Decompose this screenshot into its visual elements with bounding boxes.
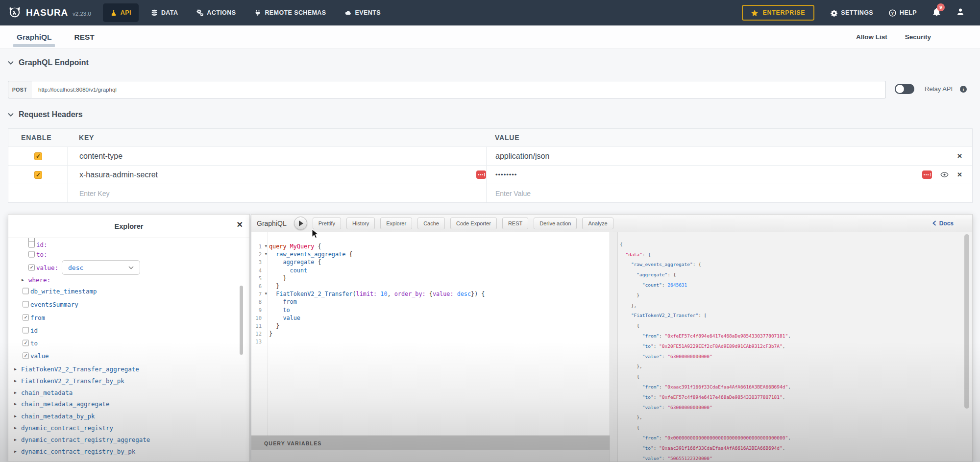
toolbar-button-rest[interactable]: REST (502, 218, 528, 229)
tree-item-label[interactable]: db_write_timestamp (30, 288, 97, 295)
tree-item-label[interactable]: value: (36, 264, 58, 271)
explorer-item-dynamic_contract_registry[interactable]: ▶dynamic_contract_registry (8, 423, 249, 433)
tree-item-label[interactable]: chain_metadata_aggregate (21, 400, 110, 408)
tree-checkbox[interactable] (28, 251, 35, 258)
header-value[interactable]: •••••••• (495, 171, 517, 178)
query-variables-bar[interactable]: QUERY VARIABLES (251, 436, 610, 450)
tree-checkbox[interactable] (23, 327, 29, 334)
tree-item-label[interactable]: to (30, 340, 38, 347)
endpoint-url-input[interactable] (31, 81, 886, 98)
graphql-endpoint-heading[interactable]: GraphQL Endpoint (8, 58, 89, 67)
tree-item-label[interactable]: where: (28, 276, 50, 284)
new-value-input[interactable]: Enter Value (495, 190, 531, 197)
request-headers-heading[interactable]: Request Headers (8, 110, 83, 119)
explorer-item-to[interactable]: ✓to (8, 338, 249, 348)
tree-item-label[interactable]: dynamic_contract_registry (21, 424, 113, 432)
close-icon[interactable]: ✕ (237, 221, 243, 229)
explorer-item-chain_metadata_aggregate[interactable]: ▶chain_metadata_aggregate (8, 399, 249, 409)
expand-arrow-icon[interactable]: ▶ (14, 438, 17, 442)
explorer-item-eventsSummary[interactable]: eventsSummary (8, 299, 249, 309)
nav-item-actions[interactable]: ACTIONS (187, 0, 245, 25)
fold-arrow-icon[interactable]: ▾ (265, 243, 267, 248)
tree-item-label[interactable]: value (30, 352, 49, 360)
expand-arrow-icon[interactable]: ▶ (22, 278, 24, 282)
tree-checkbox[interactable]: ✓ (23, 353, 29, 359)
explorer-item-FiatTokenV2_2_Transfer_by_pk[interactable]: ▶FiatTokenV2_2_Transfer_by_pk (8, 376, 249, 386)
hasura-brand[interactable]: HASURA v2.23.0 (0, 6, 91, 20)
tab-rest[interactable]: REST (71, 25, 98, 49)
toolbar-button-explorer[interactable]: Explorer (380, 218, 412, 229)
expand-arrow-icon[interactable]: ▶ (14, 414, 17, 418)
tree-item-label[interactable]: from (30, 314, 45, 321)
secret-badge-icon[interactable] (922, 170, 932, 179)
toolbar-button-prettify[interactable]: Prettify (313, 218, 341, 229)
enable-checkbox[interactable]: ✓ (34, 152, 42, 160)
settings-button[interactable]: SETTINGS (830, 9, 873, 17)
tree-checkbox[interactable]: ✓ (28, 265, 35, 271)
user-menu-button[interactable] (956, 8, 964, 18)
explorer-item-dynamic_contract_registry_aggregate[interactable]: ▶dynamic_contract_registry_aggregate (8, 435, 249, 444)
info-icon[interactable]: i (960, 86, 967, 93)
tab-graphiql[interactable]: GraphiQL (13, 25, 55, 49)
nav-item-data[interactable]: DATA (142, 0, 187, 25)
new-key-input[interactable]: Enter Key (79, 190, 109, 197)
header-key[interactable]: x-hasura-admin-secret (79, 170, 158, 179)
explorer-item-value[interactable]: ✓value (8, 351, 249, 361)
secret-badge-icon[interactable] (476, 170, 486, 179)
toolbar-button-analyze[interactable]: Analyze (582, 218, 613, 229)
tree-item-label[interactable]: FiatTokenV2_2_Transfer_by_pk (21, 377, 124, 385)
tree-checkbox[interactable] (23, 301, 29, 308)
pane-resize-handle[interactable] (610, 232, 618, 462)
explorer-item-dynamic_contract_registry_by_pk[interactable]: ▶dynamic_contract_registry_by_pk (8, 446, 249, 456)
explorer-item-id[interactable]: id (8, 325, 249, 335)
tree-item-label[interactable]: eventsSummary (30, 301, 78, 308)
remove-header-icon[interactable]: ✕ (957, 171, 962, 178)
nav-item-events[interactable]: EVENTS (335, 0, 390, 25)
relay-api-toggle[interactable] (895, 84, 914, 94)
query-editor[interactable]: 1▾2▾34567▾8910111213 query MyQuery { raw… (251, 232, 610, 462)
explorer-item-FiatTokenV2_2_Transfer_aggregate[interactable]: ▶FiatTokenV2_2_Transfer_aggregate (8, 364, 249, 374)
expand-arrow-icon[interactable]: ▶ (14, 379, 17, 383)
tree-item-label[interactable]: chain_metadata (21, 389, 73, 396)
explorer-item-to[interactable]: to: (8, 249, 249, 259)
tree-item-label[interactable]: chain_metadata_by_pk (21, 413, 95, 420)
brand-version[interactable]: v2.23.0 (73, 11, 91, 17)
tree-checkbox[interactable] (28, 242, 35, 248)
enterprise-button[interactable]: ENTERPRISE (742, 5, 814, 21)
query-variables-editor[interactable] (251, 450, 610, 462)
explorer-item-id[interactable]: id: (8, 240, 249, 249)
tree-item-label[interactable]: id (30, 327, 38, 334)
toolbar-button-code-exporter[interactable]: Code Exporter (450, 218, 497, 229)
execute-query-button[interactable] (294, 217, 307, 230)
docs-button[interactable]: Docs (932, 220, 954, 227)
explorer-scrollbar[interactable] (240, 286, 243, 355)
tree-item-label[interactable]: to: (36, 251, 48, 258)
explorer-item-db_write_timestamp[interactable]: db_write_timestamp (8, 286, 249, 296)
tree-checkbox[interactable]: ✓ (23, 340, 29, 346)
header-value[interactable]: application/json (495, 152, 549, 161)
fold-arrow-icon[interactable]: ▾ (265, 291, 267, 296)
tab-allow-list[interactable]: Allow List (856, 33, 887, 41)
remove-header-icon[interactable]: ✕ (957, 153, 962, 159)
tree-item-label[interactable]: id: (36, 241, 48, 248)
nav-item-api[interactable]: API (103, 3, 139, 22)
sort-direction-select[interactable]: desc (62, 260, 140, 275)
help-button[interactable]: ? HELP (889, 9, 917, 17)
expand-arrow-icon[interactable]: ▶ (14, 367, 17, 371)
explorer-item-from[interactable]: ✓from (8, 313, 249, 322)
explorer-item-chain_metadata[interactable]: ▶chain_metadata (8, 388, 249, 397)
explorer-item-where[interactable]: ▶where: (8, 275, 249, 285)
notifications-button[interactable]: 9 (932, 8, 941, 18)
header-key[interactable]: content-type (79, 152, 122, 161)
editor-code[interactable]: query MyQuery { raw_events_aggregate { a… (269, 232, 610, 436)
explorer-item-value[interactable]: ✓value:desc (8, 260, 249, 275)
tree-checkbox[interactable] (23, 288, 29, 294)
explorer-item-chain_metadata_by_pk[interactable]: ▶chain_metadata_by_pk (8, 411, 249, 421)
expand-arrow-icon[interactable]: ▶ (14, 449, 17, 454)
toolbar-button-history[interactable]: History (346, 218, 375, 229)
toolbar-button-derive-action[interactable]: Derive action (534, 218, 577, 229)
tree-checkbox[interactable]: ✓ (23, 315, 29, 321)
expand-arrow-icon[interactable]: ▶ (14, 402, 17, 406)
nav-item-remote-schemas[interactable]: REMOTE SCHEMAS (245, 0, 335, 25)
tab-security[interactable]: Security (905, 33, 931, 41)
